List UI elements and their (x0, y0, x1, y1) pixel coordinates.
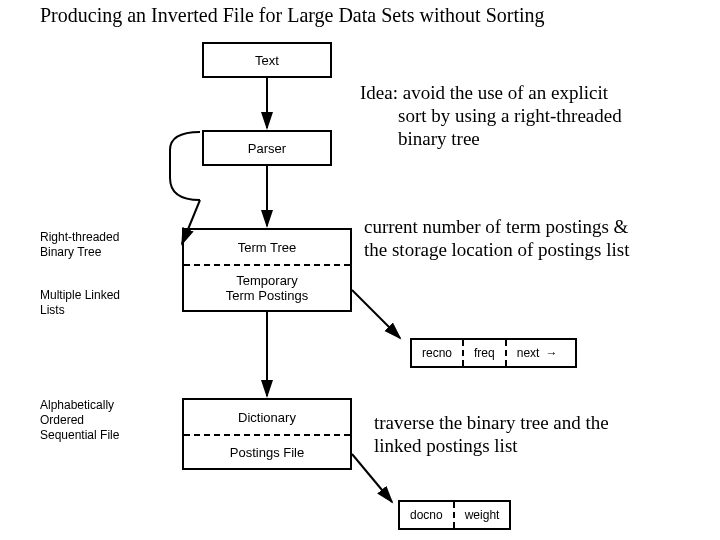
label-right-threaded-binary-tree: Right-threaded Binary Tree (40, 230, 119, 260)
record-docwt-docno: docno (400, 502, 455, 528)
record-posting-recno: recno (412, 340, 464, 366)
flow-arrows (0, 0, 720, 540)
annotation-current: current number of term postings & the st… (364, 216, 629, 262)
box-termtree: Term Tree Temporary Term Postings (182, 228, 352, 312)
annotation-traverse: traverse the binary tree and the linked … (374, 412, 609, 458)
box-text: Text (202, 42, 332, 78)
box-output: Dictionary Postings File (182, 398, 352, 470)
annotation-idea: Idea: avoid the use of an explicit sort … (360, 82, 622, 150)
page-title: Producing an Inverted File for Large Dat… (40, 4, 545, 27)
arrow-right-icon: → (545, 346, 557, 360)
box-output-lower: Postings File (184, 436, 350, 468)
record-docwt: docno weight (398, 500, 511, 530)
box-output-upper: Dictionary (184, 400, 350, 434)
label-alphabetically-ordered-sequential-file: Alphabetically Ordered Sequential File (40, 398, 119, 443)
svg-line-4 (352, 454, 392, 502)
box-parser: Parser (202, 130, 332, 166)
record-posting-freq: freq (464, 340, 507, 366)
record-posting-next: next → (507, 340, 576, 366)
box-termtree-upper: Term Tree (184, 230, 350, 264)
record-posting: recno freq next → (410, 338, 577, 368)
box-termtree-lower: Temporary Term Postings (184, 266, 350, 310)
svg-line-3 (352, 290, 400, 338)
record-docwt-weight: weight (455, 502, 510, 528)
record-posting-next-label: next (517, 346, 540, 360)
label-multiple-linked-lists: Multiple Linked Lists (40, 288, 120, 318)
